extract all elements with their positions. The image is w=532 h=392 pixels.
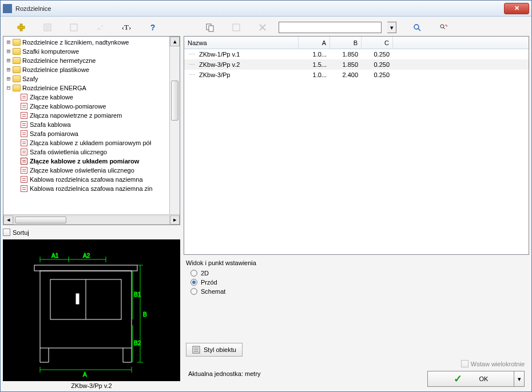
tree-item[interactable]: ··Kablowa rozdzielnica szafowa naziemna [5, 175, 178, 184]
folder-icon [13, 57, 21, 64]
tree-label: Rozdzielnice plastikowe [22, 65, 89, 74]
view-radio[interactable]: 2D [190, 270, 527, 277]
scroll-thumb[interactable] [15, 217, 66, 223]
tree-item[interactable]: ··Kablowa rozdzielnica szafowa naziemna … [5, 184, 178, 193]
folder-icon [13, 39, 21, 46]
find-next-button[interactable] [438, 22, 449, 33]
tree-folder[interactable]: ⊞Rozdzielnice hermetyczne [5, 56, 178, 65]
page-icon [21, 176, 27, 183]
preview-caption: ZKbw-3/Pp v.2 [3, 382, 180, 389]
scroll-thumb[interactable] [171, 81, 178, 121]
add-button[interactable] [15, 22, 27, 33]
tree-item[interactable]: ··Szafa oświetlenia ulicznego [5, 147, 178, 157]
tree-label: Szafa kablowa [30, 120, 71, 129]
row-indent-icon: ⋯ [184, 61, 199, 69]
settings-button [94, 22, 106, 33]
view-options-title: Widok i punkt wstawienia [186, 259, 527, 266]
expand-icon[interactable]: ⊞ [5, 65, 13, 74]
tree-item[interactable]: ··Złącze kablowe oświetlenia ulicznego [5, 166, 178, 175]
col-b[interactable]: B [330, 37, 362, 49]
tree-folder[interactable]: ⊞Szafy [5, 74, 178, 83]
content-area: ‹T› ? ▾ ⊞Rozdzielnice z licznikiem, nadt… [1, 17, 531, 391]
tree-item[interactable]: ··Złącze kablowe [5, 93, 178, 102]
sort-label: Sortuj [13, 229, 29, 236]
list-header: Nazwa A B C [184, 37, 529, 49]
tree-item[interactable]: ··Szafa pomiarowa [5, 129, 178, 138]
tree-label: Kablowa rozdzielnica szafowa naziemna [30, 175, 143, 184]
text-tool-button[interactable]: ‹T› [121, 22, 132, 33]
tree-hscrollbar[interactable]: ◂ ▸ [3, 214, 180, 225]
tree-folder[interactable]: ⊞Rozdzielnice z licznikiem, nadtynkowe [5, 38, 178, 47]
folder-icon [13, 75, 21, 82]
tree-folder[interactable]: ⊞Rozdzielnice plastikowe [5, 65, 178, 74]
expand-icon[interactable]: ⊞ [5, 38, 13, 47]
tree-item[interactable]: ··Złącza kablowe z układem pomiarowym pó… [5, 138, 178, 147]
tree-label: Szafa pomiarowa [30, 129, 78, 138]
insert-multiple-label: Wstaw wielokrotnie [471, 361, 525, 367]
svg-rect-19 [34, 265, 137, 271]
radio-icon[interactable] [190, 270, 197, 277]
search-dropdown[interactable]: ▾ [387, 22, 396, 33]
delete-button [257, 22, 268, 33]
ok-button[interactable]: ✓ OK [428, 371, 514, 386]
sort-checkbox[interactable] [3, 229, 10, 236]
tree-label: Złącze kablowe [30, 93, 73, 102]
expand-icon[interactable]: ⊞ [5, 47, 13, 56]
list-row[interactable]: ⋯ZKbw-3/Pp1.0...2.4000.250 [184, 70, 529, 80]
tree-item[interactable]: ··Złącze kablowo-pomiarowe [5, 102, 178, 111]
search-button[interactable] [411, 22, 423, 33]
tree-item[interactable]: ··Złącza napowietrzne z pomiarem [5, 111, 178, 120]
row-a: 1.0... [299, 71, 330, 78]
list-row[interactable]: ⋯ZKbw-3/Pp v.21.5...1.8500.250 [184, 59, 529, 70]
scroll-left-icon[interactable]: ◂ [3, 215, 13, 225]
expand-icon[interactable]: ⊞ [5, 74, 13, 83]
col-name[interactable]: Nazwa [184, 37, 299, 49]
expand-icon[interactable]: ⊞ [5, 56, 13, 65]
tree-vscrollbar[interactable]: ▴ [169, 37, 180, 214]
svg-rect-8 [209, 26, 213, 31]
folder-icon [13, 85, 21, 91]
page-icon [21, 167, 27, 174]
app-icon [3, 4, 12, 13]
radio-icon[interactable] [190, 288, 197, 295]
item-list: Nazwa A B C ⋯ZKbw-1/Pp v.11.0...1.8500.2… [184, 36, 529, 255]
page-icon [21, 158, 27, 165]
page-icon [21, 139, 27, 146]
category-tree[interactable]: ⊞Rozdzielnice z licznikiem, nadtynkowe⊞S… [3, 36, 180, 225]
close-button[interactable]: ✕ [504, 3, 529, 14]
page-icon [21, 130, 27, 137]
tree-item[interactable]: ··Szafa kablowa [5, 120, 178, 129]
object-style-button[interactable]: Styl obiektu [186, 343, 243, 357]
collapse-icon[interactable]: ⊟ [5, 83, 13, 93]
tree-label: Kablowa rozdzielnica szafowa naziemna zi… [30, 184, 153, 193]
page-icon [21, 185, 27, 192]
row-name: ZKbw-3/Pp v.2 [199, 61, 299, 68]
list-row[interactable]: ⋯ZKbw-1/Pp v.11.0...1.8500.250 [184, 49, 529, 59]
search-input[interactable] [279, 22, 382, 33]
copy-button[interactable] [204, 22, 216, 33]
radio-label: Schemat [201, 288, 225, 295]
ok-dropdown[interactable]: ▾ [514, 371, 524, 386]
view-radio[interactable]: Przód [190, 279, 527, 286]
tree-folder-open[interactable]: ⊟Rozdzielnice ENERGA [5, 83, 178, 93]
row-a: 1.5... [299, 61, 330, 68]
dialog-window: Rozdzielnice ✕ ‹T› ? ▾ [0, 0, 532, 392]
insert-multiple-checkbox[interactable] [461, 360, 469, 367]
tree-label: Złącze kablowe z układem pomiarow [30, 157, 139, 166]
help-button[interactable]: ? [147, 22, 158, 33]
view-radio[interactable]: Schemat [190, 288, 527, 295]
dim-a: A [83, 371, 87, 378]
page-icon [21, 112, 27, 119]
dim-b1: B1 [134, 291, 141, 298]
col-c[interactable]: C [362, 37, 393, 49]
dim-a2: A2 [83, 253, 90, 259]
tree-item[interactable]: ··Złącze kablowe z układem pomiarow [5, 157, 178, 166]
col-a[interactable]: A [299, 37, 330, 49]
style-icon [192, 346, 200, 354]
row-a: 1.0... [299, 51, 330, 58]
tree-folder[interactable]: ⊞Szafki komputerowe [5, 47, 178, 56]
scroll-right-icon[interactable]: ▸ [170, 215, 180, 225]
preview-pane: A1 A2 A B B1 B2 [3, 239, 180, 381]
scroll-up-icon[interactable]: ▴ [170, 37, 180, 46]
radio-icon[interactable] [190, 279, 197, 286]
